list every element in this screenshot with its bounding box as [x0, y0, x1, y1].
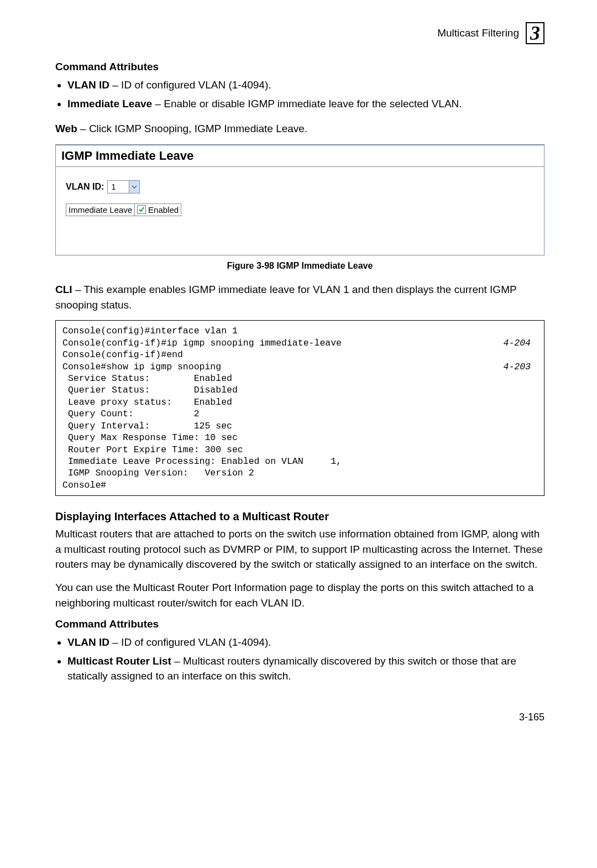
section-heading-interfaces: Displaying Interfaces Attached to a Mult… — [55, 510, 544, 523]
page-number: 3-165 — [55, 712, 544, 723]
section2-p1: Multicast routers that are attached to p… — [55, 526, 544, 572]
desc: – Enable or disable IGMP immediate leave… — [152, 98, 462, 109]
term: Immediate Leave — [67, 98, 152, 109]
list-item: Immediate Leave – Enable or disable IGMP… — [67, 96, 544, 112]
text: – Click IGMP Snooping, IGMP Immediate Le… — [77, 123, 307, 134]
section2-p2: You can use the Multicast Router Port In… — [55, 580, 544, 610]
igmp-immediate-leave-panel: IGMP Immediate Leave VLAN ID: 1 Immediat… — [55, 144, 544, 256]
term: Multicast Router List — [67, 655, 171, 667]
command-attributes-heading-2: Command Attributes — [55, 618, 544, 630]
cli-instruction: CLI – This example enables IGMP immediat… — [55, 282, 544, 312]
term: VLAN ID — [67, 79, 109, 91]
header-title: Multicast Filtering — [437, 27, 519, 39]
web-instruction: Web – Click IGMP Snooping, IGMP Immediat… — [55, 121, 544, 137]
panel-title: IGMP Immediate Leave — [61, 149, 193, 163]
vlan-id-select[interactable]: 1 — [107, 180, 140, 194]
list-item: VLAN ID – ID of configured VLAN (1-4094)… — [67, 635, 544, 650]
panel-title-row: IGMP Immediate Leave — [56, 145, 544, 167]
chevron-down-icon — [129, 181, 139, 193]
cli-output: Console(config)#interface vlan 1 Console… — [55, 320, 544, 496]
enabled-label: Enabled — [148, 205, 179, 215]
command-attributes-heading-1: Command Attributes — [55, 61, 544, 73]
attr-list-2: VLAN ID – ID of configured VLAN (1-4094)… — [55, 635, 544, 684]
immediate-leave-row: Immediate Leave Enabled — [66, 203, 534, 217]
term: VLAN ID — [67, 636, 109, 648]
desc: – ID of configured VLAN (1-4094). — [109, 79, 271, 91]
vlan-id-row: VLAN ID: 1 — [66, 180, 534, 194]
list-item: VLAN ID – ID of configured VLAN (1-4094)… — [67, 77, 544, 93]
text: – This example enables IGMP immediate le… — [55, 284, 516, 311]
immediate-leave-cell: Enabled — [135, 203, 181, 216]
page: Multicast Filtering 3 Command Attributes… — [0, 0, 597, 745]
vlan-id-label: VLAN ID: — [66, 182, 104, 192]
chapter-number: 3 — [526, 22, 544, 44]
lead: CLI — [55, 284, 72, 295]
page-header: Multicast Filtering 3 — [55, 22, 544, 44]
vlan-id-value: 1 — [108, 182, 129, 191]
attr-list-1: VLAN ID – ID of configured VLAN (1-4094)… — [55, 77, 544, 111]
list-item: Multicast Router List – Multicast router… — [67, 653, 544, 684]
enabled-checkbox[interactable] — [137, 205, 146, 214]
figure-caption: Figure 3-98 IGMP Immediate Leave — [55, 261, 544, 271]
lead: Web — [55, 123, 77, 134]
panel-body: VLAN ID: 1 Immediate Leave Enabled — [56, 167, 544, 255]
desc: – ID of configured VLAN (1-4094). — [109, 636, 271, 648]
immediate-leave-label: Immediate Leave — [66, 203, 135, 216]
